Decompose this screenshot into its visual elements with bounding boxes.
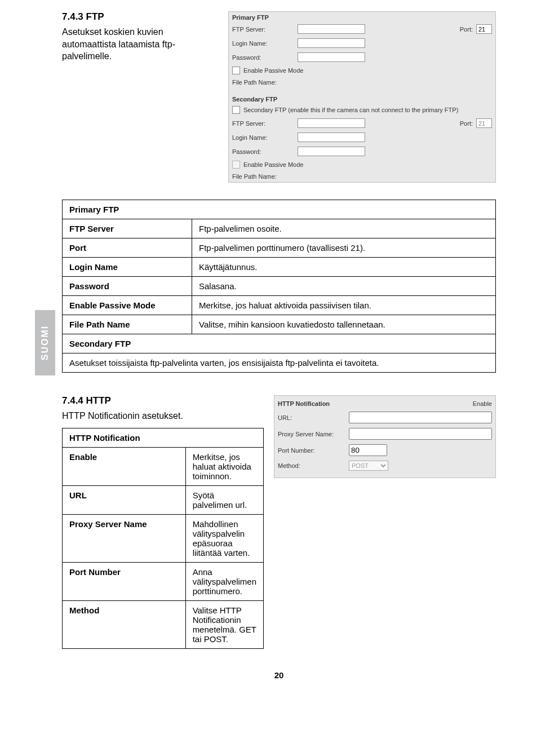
table-val: Merkitse, jos haluat aktivoida passiivis… <box>192 296 496 315</box>
table-val: Anna välityspalvelimen porttinumero. <box>185 562 263 600</box>
http-section-row: 7.4.4 HTTP HTTP Notificationin asetukset… <box>62 395 496 649</box>
http-proxy-row: Proxy Server Name: <box>278 426 492 442</box>
http-url-row: URL: <box>278 409 492 426</box>
secondary-server-label: FTP Server: <box>232 120 294 127</box>
table-val: Mahdollinen välityspalvelin epäsuoraa li… <box>185 514 263 562</box>
table-key: Port Number <box>63 562 186 600</box>
secondary-passive-checkbox[interactable] <box>232 161 240 169</box>
language-side-tab: SUOMI <box>35 310 55 375</box>
table-row: Port NumberAnna välityspalvelimen portti… <box>63 562 264 600</box>
table-row: Proxy Server NameMahdollinen välityspalv… <box>63 514 264 562</box>
http-url-label: URL: <box>278 414 345 421</box>
ftp-intro-text: Asetukset koskien kuvien automaattista l… <box>62 26 218 63</box>
table-key: FTP Server <box>63 219 192 238</box>
ftp-section-row: 7.4.3 FTP Asetukset koskien kuvien autom… <box>62 11 496 183</box>
password-label: Password: <box>232 54 294 61</box>
table-key: Enable <box>63 447 186 485</box>
secondary-port-input[interactable] <box>476 118 492 128</box>
primary-port-input[interactable] <box>476 24 492 34</box>
table-key: Proxy Server Name <box>63 514 186 562</box>
secondary-port-label: Port: <box>460 120 473 127</box>
secondary-server-input[interactable] <box>298 118 365 128</box>
secondary-passive-row: Enable Passive Mode <box>229 158 495 171</box>
secondary-login-row: Login Name: <box>229 130 495 144</box>
http-port-input[interactable] <box>349 444 387 456</box>
table-val: Salasana. <box>192 277 496 296</box>
page: SUOMI 7.4.3 FTP Asetukset koskien kuvien… <box>0 0 541 756</box>
primary-filepath-row: File Path Name: <box>229 77 495 88</box>
http-table-header: HTTP Notification <box>63 428 264 447</box>
primary-passive-label: Enable Passive Mode <box>243 67 303 74</box>
table-key: URL <box>63 485 186 514</box>
http-intro-col: 7.4.4 HTTP HTTP Notificationin asetukset… <box>62 395 264 649</box>
table-val: Ftp-palvelimen porttinumero (tavallisest… <box>192 238 496 258</box>
primary-password-input[interactable] <box>298 52 365 62</box>
table-row: FTP ServerFtp-palvelimen osoite. <box>63 219 496 238</box>
table-row: PasswordSalasana. <box>63 277 496 296</box>
table-key: Port <box>63 238 192 258</box>
table-header-secondary: Secondary FTP <box>63 334 496 353</box>
secondary-password-input[interactable] <box>298 147 365 156</box>
secondary-enable-row: Secondary FTP (enable this if the camera… <box>229 104 495 116</box>
ftp-explanation-table: Primary FTP FTP ServerFtp-palvelimen oso… <box>62 200 496 373</box>
secondary-filepath-row: File Path Name: <box>229 171 495 182</box>
primary-ftp-server-input[interactable] <box>298 24 365 34</box>
table-key: Enable Passive Mode <box>63 296 192 315</box>
http-panel-title: HTTP Notification <box>278 400 330 407</box>
ftp-intro-col: 7.4.3 FTP Asetukset koskien kuvien autom… <box>62 11 218 63</box>
http-proxy-label: Proxy Server Name: <box>278 431 345 437</box>
table-key: File Path Name <box>63 315 192 334</box>
http-proxy-input[interactable] <box>349 428 492 440</box>
table-row: URLSyötä palvelimen url. <box>63 485 264 514</box>
secondary-passive-label: Enable Passive Mode <box>243 161 303 168</box>
table-val: Valitse HTTP Notificationin menetelmä. G… <box>185 600 263 648</box>
table-key: Password <box>63 277 192 296</box>
http-url-input[interactable] <box>349 412 492 423</box>
http-method-select[interactable]: POST <box>349 461 388 471</box>
http-explanation-table: HTTP Notification EnableMerkitse, jos ha… <box>62 428 264 649</box>
secondary-login-input[interactable] <box>298 132 365 142</box>
http-intro-text: HTTP Notificationin asetukset. <box>62 410 264 422</box>
primary-login-input[interactable] <box>298 38 365 48</box>
primary-port-label: Port: <box>460 26 473 33</box>
ftp-settings-panel: Primary FTP FTP Server: Port: Login Name… <box>228 11 496 183</box>
http-method-label: Method: <box>278 462 345 469</box>
table-val: Ftp-palvelimen osoite. <box>192 219 496 238</box>
table-row: Enable Passive ModeMerkitse, jos haluat … <box>63 296 496 315</box>
http-settings-panel: HTTP Notification Enable URL: Proxy Serv… <box>274 395 496 478</box>
http-port-label: Port Number: <box>278 447 345 454</box>
table-header-primary: Primary FTP <box>63 200 496 219</box>
secondary-login-label: Login Name: <box>232 134 294 141</box>
table-key: Method <box>63 600 186 648</box>
table-row: EnableMerkitse, jos haluat aktivoida toi… <box>63 447 264 485</box>
secondary-server-row: FTP Server: Port: <box>229 116 495 130</box>
primary-ftp-title: Primary FTP <box>229 12 495 22</box>
primary-passive-row: Enable Passive Mode <box>229 64 495 77</box>
table-row: MethodValitse HTTP Notificationin menete… <box>63 600 264 648</box>
side-tab-label: SUOMI <box>40 325 50 360</box>
ftp-heading: 7.4.3 FTP <box>62 11 218 23</box>
table-val: Syötä palvelimen url. <box>185 485 263 514</box>
ftp-server-label: FTP Server: <box>232 26 294 33</box>
primary-ftp-server-row: FTP Server: Port: <box>229 22 495 36</box>
secondary-ftp-title: Secondary FTP <box>229 94 495 104</box>
page-number: 20 <box>62 670 496 680</box>
primary-login-row: Login Name: <box>229 36 495 50</box>
http-heading: 7.4.4 HTTP <box>62 395 264 406</box>
http-method-row: Method: POST <box>278 458 492 473</box>
secondary-filepath-label: File Path Name: <box>232 173 294 180</box>
secondary-enable-checkbox[interactable] <box>232 106 240 114</box>
table-val: Merkitse, jos haluat aktivoida toiminnon… <box>185 447 263 485</box>
table-val: Valitse, mihin kansioon kuvatiedosto tal… <box>192 315 496 334</box>
secondary-password-label: Password: <box>232 148 294 155</box>
primary-password-row: Password: <box>229 50 495 64</box>
http-port-row: Port Number: <box>278 442 492 458</box>
table-val: Käyttäjätunnus. <box>192 258 496 277</box>
secondary-password-row: Password: <box>229 144 495 158</box>
table-row: PortFtp-palvelimen porttinumero (tavalli… <box>63 238 496 258</box>
primary-passive-checkbox[interactable] <box>232 67 240 74</box>
http-enable-label: Enable <box>473 400 492 407</box>
table-secondary-text: Asetukset toissijaista ftp-palvelinta va… <box>63 353 496 373</box>
table-row: File Path NameValitse, mihin kansioon ku… <box>63 315 496 334</box>
http-title-row: HTTP Notification Enable <box>278 398 492 409</box>
